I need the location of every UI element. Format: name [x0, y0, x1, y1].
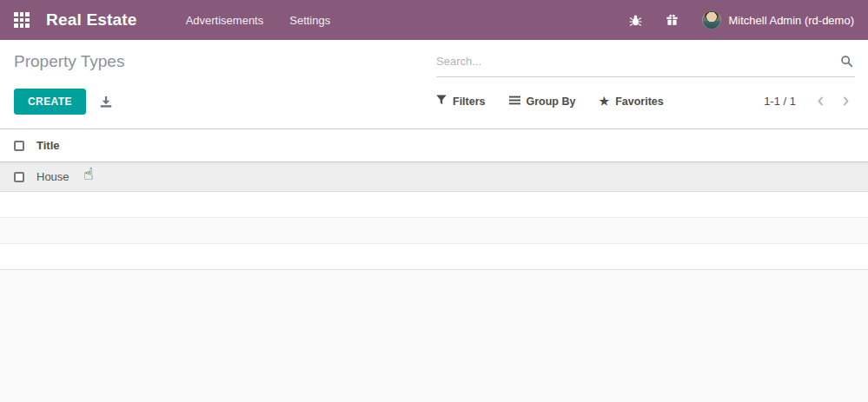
filters-button[interactable]: Filters	[436, 95, 486, 109]
top-navbar: Real Estate Advertisements Settings	[0, 0, 868, 40]
user-menu[interactable]: Mitchell Admin (rd-demo)	[702, 10, 855, 30]
download-icon[interactable]	[99, 95, 113, 109]
create-button[interactable]: CREATE	[14, 89, 86, 115]
star-icon: ★	[599, 96, 609, 107]
group-by-label: Group By	[527, 96, 576, 108]
list-view: Title House ☝	[0, 129, 868, 402]
list-header-row: Title	[0, 129, 868, 162]
empty-row	[0, 192, 868, 218]
favorites-label: Favorites	[615, 96, 664, 108]
apps-menu-icon[interactable]	[14, 12, 30, 28]
search-bar	[436, 51, 855, 77]
odoo-app-window: Real Estate Advertisements Settings	[0, 0, 868, 402]
menu-advertisements[interactable]: Advertisements	[186, 14, 264, 27]
chevron-left-icon[interactable]	[813, 94, 828, 109]
magnifier-icon[interactable]	[838, 55, 855, 68]
group-by-button[interactable]: Group By	[509, 95, 576, 109]
row-title-cell: House	[36, 170, 70, 183]
filter-funnel-icon	[436, 95, 447, 108]
app-name[interactable]: Real Estate	[46, 10, 137, 30]
pager: 1-1 / 1	[764, 94, 855, 109]
action-buttons: CREATE	[14, 89, 433, 114]
navbar-systray: Mitchell Admin (rd-demo)	[629, 10, 855, 30]
group-lines-icon	[509, 95, 520, 109]
table-row[interactable]: House ☝	[0, 162, 868, 192]
search-input[interactable]	[436, 55, 838, 68]
debug-bug-icon[interactable]	[629, 14, 642, 27]
search-options: Filters Group By ★ Favorites	[436, 95, 664, 109]
favorites-button[interactable]: ★ Favorites	[599, 95, 663, 109]
page-title: Property Types	[14, 48, 433, 71]
gift-icon[interactable]	[666, 14, 679, 27]
select-all-checkbox[interactable]	[14, 141, 24, 151]
column-header-title[interactable]: Title	[36, 139, 60, 152]
pager-value[interactable]: 1-1 / 1	[764, 95, 796, 108]
empty-row	[0, 244, 868, 270]
empty-row	[0, 218, 868, 244]
chevron-right-icon[interactable]	[838, 94, 853, 109]
page-background	[0, 270, 868, 402]
row-checkbox[interactable]	[14, 172, 24, 182]
hand-pointer-cursor: ☝	[83, 166, 94, 182]
menu-settings[interactable]: Settings	[289, 14, 330, 27]
user-avatar	[702, 10, 721, 30]
navbar-menu: Advertisements Settings	[186, 14, 331, 27]
user-name-label: Mitchell Admin (rd-demo)	[729, 14, 855, 27]
view-control-bar: Filters Group By ★ Favorites	[436, 89, 855, 114]
filters-label: Filters	[453, 96, 486, 108]
control-panel: Property Types CREATE	[0, 40, 868, 114]
